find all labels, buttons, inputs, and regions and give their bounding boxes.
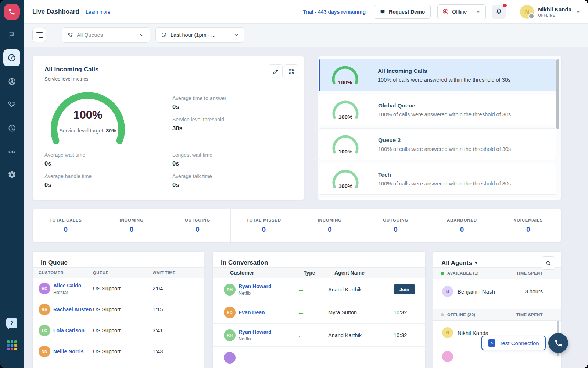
page-title: Live Dashboard [32,8,79,15]
freshcaller-logo[interactable] [4,4,20,20]
phone-icon [8,8,15,15]
avatar: B [442,286,453,297]
app-switcher-button[interactable] [7,340,17,350]
wait-time-cell: 1:43 [153,348,200,354]
app-window: ? Live Dashboard Learn more Trial - 443 … [0,0,588,368]
table-row: NN Nellie Norris US Support 1:43 [33,341,204,362]
trial-banner: Trial - 443 days remaining [303,9,366,15]
avatar: AC [39,283,50,294]
search-icon [545,260,551,266]
queue-gauge: 100% [329,134,362,154]
notifications-button[interactable] [492,5,506,19]
table-header: CUSTOMER QUEUE WAIT TIME [33,267,204,278]
nav-reports[interactable] [4,121,19,135]
stat-abandoned: ABANDONED0 [429,209,495,242]
customer-link[interactable]: Alice Caido [53,283,81,289]
stat-incoming: INCOMING0 [98,209,164,242]
queue-phone-icon [67,32,73,38]
incoming-call-arrow-icon: ← [297,285,305,293]
expand-icon [288,68,294,75]
stat-missed-incoming: INCOMING0 [297,209,363,242]
call-stats-bar: TOTAL CALLS0 INCOMING0 OUTGOING0 TOTAL M… [32,209,562,242]
user-status-label: OFFLINE [538,13,571,17]
queue-card-global-queue[interactable]: 100% Global Queue 100% of calls were ans… [319,94,556,125]
phone-icon [554,339,563,347]
agent-row: B Benjamin Nash 3 hours [433,279,561,304]
queue-gauge: 100% [329,169,362,189]
stat-missed-outgoing: OUTGOING0 [363,209,429,242]
queue-card-queue-2[interactable]: 100% Queue 2 100% of calls were answered… [319,128,556,160]
table-row: RH Ryan HowardNetflix ← Anand Karthik 10… [213,324,425,347]
queue-cell: US Support [93,328,153,333]
queue-cell: US Support [93,348,153,354]
nav-flag[interactable] [4,28,19,43]
help-button[interactable]: ? [6,318,17,328]
menu-button[interactable] [32,28,46,42]
nav-contacts[interactable] [4,74,19,89]
table-header: Customer Type Agent Name [213,267,425,278]
expand-widget-button[interactable] [284,64,298,78]
customer-link[interactable]: Evan Dean [239,309,265,315]
dialer-fab-button[interactable] [548,333,568,353]
table-row: RA Rachael Austen US Support 1:15 [33,299,204,320]
metric-avg-time-to-answer: Average time to answer 0s [172,95,226,110]
duration-cell: 10:32 [394,332,416,338]
queue-gauge: 100% [329,100,362,120]
customer-link[interactable]: Rachael Austen [53,307,92,312]
customer-link[interactable]: Ryan Howard [239,283,271,289]
panel-title: In Conversation [213,252,425,267]
time-filter-dropdown[interactable]: Last hour (1pm - ... [155,27,244,43]
table-row: AC Alice CaidoHotstar US Support 2:04 [33,278,204,299]
queue-description: 100% of calls were answered within the t… [378,181,511,187]
agent-search-button[interactable] [542,256,555,270]
queues-filter-dropdown[interactable]: All Queues [62,27,150,43]
queue-card-all-incoming-calls[interactable]: 100% All Incoming Calls 100% of calls we… [319,59,556,91]
all-agents-panel: All Agents▾ AVAILABLE (1) TIME SPENT B B… [433,251,562,368]
test-connection-button[interactable]: Test Connection [481,336,546,350]
nav-call-metrics[interactable] [4,98,19,112]
sidebar: ? [0,0,24,368]
phone-lines-icon [8,101,16,109]
topbar: Live Dashboard Learn more Trial - 443 da… [24,0,588,24]
pencil-icon [273,68,279,75]
queue-description: 100% of calls were answered within the t… [378,77,510,83]
agent-name-cell: Myra Sutton [322,309,394,315]
gauge-target: Service level target:80% [44,128,132,134]
gauge-value: 100% [44,109,132,122]
learn-more-link[interactable]: Learn more [86,9,110,15]
filter-bar: All Queues Last hour (1pm - ... [24,23,588,47]
stat-voicemails: VOICEMAILS0 [495,209,561,242]
nav-voicemail[interactable] [4,144,19,159]
join-call-button[interactable]: Join [394,284,415,294]
avatar: ED [224,307,236,318]
divider [44,142,296,142]
nav-settings[interactable] [4,167,19,182]
flag-icon [8,31,16,40]
queue-card-tech[interactable]: 100% Tech 100% of calls were answered wi… [319,163,556,195]
bell-icon [495,8,502,15]
nav-dashboard[interactable] [3,49,20,66]
stat-total-missed: TOTAL MISSED0 [231,209,297,242]
agent-name: Nikhil Kanda [458,330,488,336]
metric-longest-wait-time: Longest wait time 0s [172,152,212,167]
in-queue-panel: In Queue CUSTOMER QUEUE WAIT TIME AC Ali… [32,251,204,368]
presence-dropdown[interactable]: Offline [437,4,486,19]
customer-link[interactable]: Nellie Norris [53,348,83,354]
user-name: Nikhil Kanda [538,6,571,13]
duration-cell: 10:32 [394,309,416,315]
customer-link[interactable]: Ryan Howard [239,329,271,335]
presence-status-label: Offline [452,9,467,15]
queue-gauge: 100% [329,65,362,85]
customer-link[interactable]: Lola Carlson [53,328,85,333]
avatar [224,352,236,364]
agents-section-offline: OFFLINE (20) TIME SPENT [433,309,561,321]
request-demo-button[interactable]: Request Demo [374,5,431,19]
user-menu[interactable]: N Nikhil Kanda OFFLINE [520,5,581,19]
panel-title: In Queue [33,252,204,267]
card-title: All Incoming Calls [44,66,98,73]
pulse-icon [488,339,495,347]
scrollbar-thumb[interactable] [556,59,559,129]
chevron-down-icon [234,32,239,38]
edit-widget-button[interactable] [269,64,283,78]
time-filter-value: Last hour (1pm - ... [171,32,216,38]
